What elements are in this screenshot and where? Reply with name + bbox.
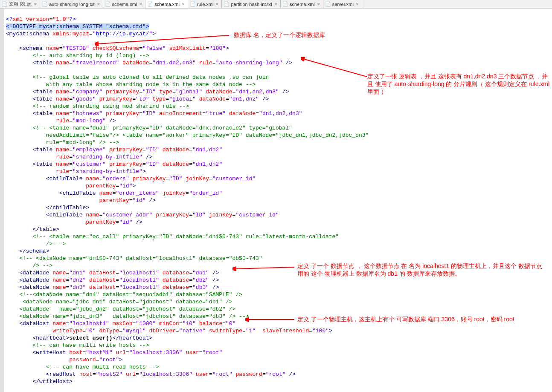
dh-balance: 0 (229, 320, 232, 327)
company-dn: dn1,dn2,dn3 (239, 89, 276, 95)
dh-mincon: 10 (186, 320, 192, 327)
travelrecord-dn: dn1,dn2,dn3 (156, 60, 192, 66)
wh-pwd: root (102, 357, 116, 363)
tab-label: partition-hash-int.txt (231, 2, 272, 7)
annotation-2: 定义了一张 逻辑表 ，并且 这张表有 dn1,dn2,dn3 三个数据节点 ，并… (367, 72, 551, 95)
tab-item-1[interactable]: 📄auto-sharding-long.txt✕ (40, 0, 103, 8)
dh-switch: 1 (249, 328, 253, 334)
tab-item-7[interactable]: 📄server.xml✕ (323, 0, 362, 8)
wh-host: hostM1 (89, 349, 109, 356)
dn1-db: db1 (196, 270, 206, 276)
heartbeat-text: select user() (69, 335, 112, 341)
close-icon[interactable]: ✕ (34, 2, 38, 6)
tab-bar: 📄文档 (8).txt✕ 📄auto-sharding-long.txt✕ 📄s… (0, 0, 552, 9)
tab-label: schema.xml (154, 2, 180, 7)
code-editor[interactable]: <?xml version="1.0"?> <!DOCTYPE mycat:sc… (4, 9, 552, 392)
employee-dn: dn1,dn2 (196, 147, 219, 153)
close-icon[interactable]: ✕ (274, 2, 279, 6)
dh-writetype: 0 (89, 328, 93, 334)
tab-item-2[interactable]: 📄schema.xml✕ (103, 0, 146, 8)
annotation-1: 数据库 名，定义了一个逻辑数据库 (234, 31, 325, 39)
file-icon: 📄 (282, 1, 288, 7)
file-icon: 📄 (325, 1, 331, 7)
customer-dn: dn1,dn2 (196, 161, 219, 167)
dn2-db: db2 (196, 277, 206, 283)
dn3-host: localhost1 (122, 284, 156, 291)
rh-host: hostS2 (99, 371, 119, 378)
dh-maxcon: 1000 (139, 320, 152, 327)
file-icon: 📄 (224, 1, 230, 7)
tab-item-5[interactable]: 📄partition-hash-int.txt✕ (222, 0, 281, 8)
tab-item-0[interactable]: 📄文档 (8).txt✕ (0, 0, 40, 8)
dn1-host: localhost1 (122, 270, 156, 276)
rh-url: localhost:3306 (142, 371, 189, 378)
dn2-host: localhost1 (122, 277, 156, 283)
wh-user: root (206, 349, 219, 356)
file-icon: 📄 (105, 1, 111, 7)
goods-dn: dn1,dn2 (232, 96, 256, 102)
tab-label: rule.xml (197, 2, 214, 7)
close-icon[interactable]: ✕ (97, 2, 101, 6)
dn3-db: db3 (196, 284, 206, 291)
dh-slave: 100 (316, 328, 325, 334)
tab-item-4[interactable]: 📄rule.xml✕ (188, 0, 222, 8)
tab-label: server.xml (332, 2, 354, 7)
fold-gutter[interactable] (0, 9, 4, 392)
tab-label: schema.xml (290, 2, 315, 7)
close-icon[interactable]: ✕ (317, 2, 321, 6)
file-icon: 📄 (42, 1, 48, 7)
rh-user: root (216, 371, 229, 378)
travelrecord-rule: auto-sharding-long (219, 60, 279, 66)
tab-item-3[interactable]: 📄schema.xml✕ (145, 0, 188, 8)
dh-dbtype: mysql (126, 328, 142, 334)
close-icon[interactable]: ✕ (139, 2, 143, 6)
schema-name: TESTDB (66, 45, 86, 52)
ns-url[interactable]: http://io.mycat/ (96, 31, 149, 37)
file-icon: 📄 (147, 1, 153, 7)
tab-label: schema.xml (112, 2, 137, 7)
tab-label: 文档 (8).txt (9, 1, 32, 7)
close-icon[interactable]: ✕ (182, 2, 186, 6)
tab-label: auto-sharding-long.txt (49, 2, 94, 7)
close-icon[interactable]: ✕ (215, 2, 220, 6)
hotnews-dn: dn1,dn2,dn3 (262, 110, 299, 117)
dh-name: localhost1 (73, 320, 106, 327)
wh-url: localhost:3306 (133, 349, 179, 356)
tab-item-6[interactable]: 📄schema.xml✕ (281, 0, 323, 8)
file-icon: 📄 (190, 1, 196, 7)
sqlmax: 100 (212, 45, 222, 52)
dh-driver: native (183, 328, 203, 334)
file-icon: 📄 (2, 1, 8, 7)
rh-pwd: root (269, 371, 282, 378)
close-icon[interactable]: ✕ (356, 2, 360, 6)
annotation-3: 定义 了一个 数据节点 ， 这个数据节点 在 名为 localhost1 的物理… (297, 262, 549, 277)
annotation-4: 定义 了一个物理主机，这主机上有个 可写数据库 端口 3306，账号 root，… (297, 315, 549, 323)
